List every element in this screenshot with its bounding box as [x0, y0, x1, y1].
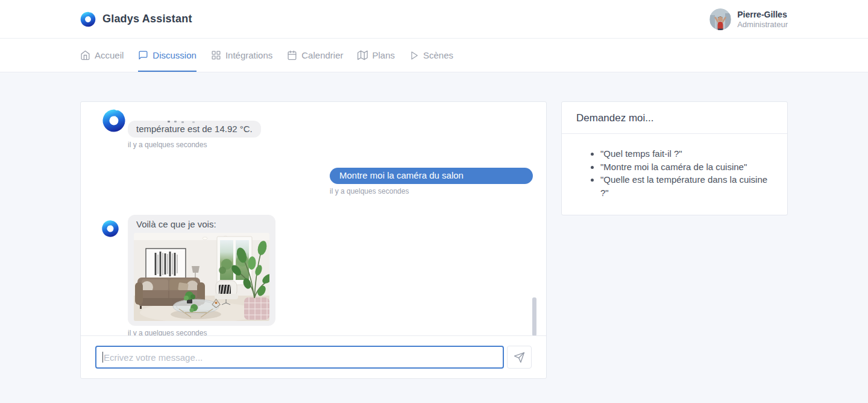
- chat-message-assistant: température est de 14.92 °C. il y a quel…: [101, 115, 533, 149]
- user-name: Pierre-Gilles: [737, 9, 788, 20]
- map-icon: [357, 50, 368, 60]
- gladys-avatar-icon: [101, 108, 119, 133]
- chat-scrollbar-thumb[interactable]: [532, 297, 536, 335]
- nav-label: Plans: [372, 50, 395, 60]
- gladys-logo-icon: [80, 11, 96, 27]
- text-cursor: [102, 352, 103, 363]
- send-button[interactable]: [507, 346, 532, 369]
- suggestion-item: "Quelle est la température dans la cuisi…: [600, 173, 773, 199]
- app-title: Gladys Assistant: [102, 13, 192, 25]
- nav-label: Discussion: [153, 50, 197, 60]
- nav-item-discussion[interactable]: Discussion: [138, 39, 197, 72]
- nav-item-plans[interactable]: Plans: [357, 39, 395, 72]
- suggestion-item: "Quel temps fait-il ?": [600, 147, 773, 160]
- app-header: Gladys Assistant: [0, 0, 868, 39]
- user-role: Administrateur: [737, 20, 788, 30]
- message-bubble: température est de 14.92 °C.: [128, 121, 261, 138]
- suggestions-body: "Quel temps fait-il ?" "Montre moi la ca…: [562, 134, 787, 215]
- play-icon: [409, 51, 419, 60]
- message-input[interactable]: [95, 346, 504, 369]
- nav-label: Accueil: [95, 50, 124, 60]
- chat-composer: [81, 335, 546, 378]
- message-timestamp: il y a quelques secondes: [128, 141, 261, 149]
- camera-snapshot-image: [134, 233, 269, 321]
- suggestions-title: Demandez moi...: [576, 112, 773, 124]
- grid-icon: [211, 50, 221, 60]
- account-menu[interactable]: Pierre-Gilles Administrateur: [709, 8, 788, 30]
- suggestion-item: "Montre moi la caméra de la cuisine": [600, 160, 773, 174]
- message-icon: [138, 50, 148, 60]
- user-avatar[interactable]: [709, 8, 731, 30]
- nav-label: Calendrier: [301, 50, 343, 60]
- suggestions-list: "Quel temps fait-il ?" "Montre moi la ca…: [576, 147, 773, 199]
- message-list[interactable]: température est de 14.92 °C. il y a quel…: [81, 102, 546, 335]
- chat-card: température est de 14.92 °C. il y a quel…: [80, 101, 547, 379]
- nav-item-scenes[interactable]: Scènes: [409, 39, 453, 72]
- brand: Gladys Assistant: [80, 11, 192, 27]
- message-timestamp: il y a quelques secondes: [128, 329, 275, 335]
- nav-item-calendrier[interactable]: Calendrier: [287, 39, 343, 72]
- main-nav: Accueil Discussion Intégrations Calendri…: [0, 39, 868, 72]
- suggestions-header: Demandez moi...: [562, 102, 787, 134]
- home-icon: [80, 50, 90, 60]
- clipped-text-fragment: [168, 121, 170, 122]
- message-bubble: Montre moi la caméra du salon: [330, 168, 533, 184]
- send-icon: [514, 352, 525, 363]
- message-timestamp: il y a quelques secondes: [330, 187, 533, 195]
- suggestions-card: Demandez moi... "Quel temps fait-il ?" "…: [561, 101, 788, 215]
- calendar-icon: [287, 50, 297, 60]
- chat-message-user: Montre moi la caméra du salon il y a que…: [101, 168, 533, 195]
- gladys-avatar-icon: [101, 220, 119, 238]
- nav-label: Scènes: [423, 50, 453, 60]
- nav-item-integrations[interactable]: Intégrations: [211, 39, 272, 72]
- nav-label: Intégrations: [225, 50, 272, 60]
- nav-item-accueil[interactable]: Accueil: [80, 39, 124, 72]
- chat-message-assistant: Voilà ce que je vois:: [101, 215, 533, 335]
- message-bubble: Voilà ce que je vois:: [128, 215, 275, 326]
